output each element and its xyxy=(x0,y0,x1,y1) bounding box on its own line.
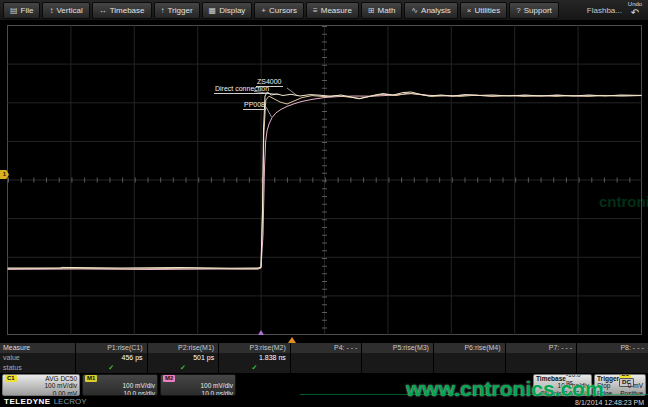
measure-column-p3[interactable]: P3:rise(M2) 1.838 ns ✓ xyxy=(218,343,290,373)
trigger-level: 0 mV xyxy=(628,382,643,389)
menu-file-label: File xyxy=(21,6,34,15)
support-icon: ? xyxy=(516,6,520,15)
measure-icon: ≡ xyxy=(313,6,318,15)
trigger-icon: ↑ xyxy=(161,6,165,15)
value-row-label: value xyxy=(0,353,75,363)
display-icon: ▦ xyxy=(209,6,217,15)
annotation-direct-connection: Direct connection xyxy=(214,85,270,94)
m1-time-scale: 10.0 ns/div xyxy=(85,390,155,396)
cursors-icon: + xyxy=(261,6,266,15)
m1-vertical-scale: 100 mV/div xyxy=(85,382,155,389)
menu-timebase[interactable]: ↔Timebase xyxy=(92,2,152,19)
p2-status-ok-icon: ✓ xyxy=(148,363,219,373)
p4-value xyxy=(291,353,362,363)
m2-time-scale: 10.0 ns/div xyxy=(163,390,233,396)
trigger-slope: Positive xyxy=(620,390,643,396)
m1-descriptor-box[interactable]: M1 100 mV/div 10.0 ns/div xyxy=(82,374,158,396)
c1-channel-chip: C1 xyxy=(5,375,17,382)
p1-header: P1:rise(C1) xyxy=(76,343,147,353)
p1-value: 456 ps xyxy=(76,353,147,363)
p3-status-ok-icon: ✓ xyxy=(219,363,290,373)
status-row-label: status xyxy=(0,363,75,373)
p2-value: 501 ps xyxy=(148,353,219,363)
menu-trigger[interactable]: ↑Trigger xyxy=(154,2,200,19)
timebase-icon: ↔ xyxy=(99,6,107,15)
setup-name-label: Flashba... xyxy=(587,6,622,15)
menu-measure[interactable]: ≡Measure xyxy=(306,2,359,19)
m2-vertical-scale: 100 mV/div xyxy=(163,382,233,389)
m1-channel-chip: M1 xyxy=(85,375,97,382)
menu-vertical[interactable]: ↕Vertical xyxy=(42,2,89,19)
p8-value xyxy=(577,353,648,363)
menu-vertical-label: Vertical xyxy=(56,6,82,15)
p6-status xyxy=(434,363,505,373)
measure-table: Measure value status P1:rise(C1) 456 ps … xyxy=(0,343,648,373)
menu-trigger-label: Trigger xyxy=(168,6,193,15)
p7-header: P7: - - - xyxy=(506,343,577,353)
menu-support-label: Support xyxy=(524,6,552,15)
menu-cursors[interactable]: +Cursors xyxy=(254,2,304,19)
p7-status xyxy=(506,363,577,373)
measure-column-p4[interactable]: P4: - - - xyxy=(290,343,362,373)
measure-row-labels: Measure value status xyxy=(0,343,75,373)
menu-display[interactable]: ▦Display xyxy=(202,2,253,19)
menu-support[interactable]: ?Support xyxy=(509,2,558,19)
menu-math[interactable]: ⊞Math xyxy=(361,2,403,19)
menu-utilities-label: Utilities xyxy=(475,6,501,15)
grid-lines xyxy=(8,26,642,335)
menu-utilities[interactable]: ×Utilities xyxy=(460,2,507,19)
measure-column-p8[interactable]: P8: - - - xyxy=(576,343,648,373)
menu-file[interactable]: ▤File xyxy=(3,2,40,19)
p8-status xyxy=(577,363,648,373)
p7-value xyxy=(506,353,577,363)
c1-offset: 0.00 mV xyxy=(5,390,77,396)
utilities-icon: × xyxy=(467,6,472,15)
p5-status xyxy=(362,363,433,373)
menu-analysis-label: Analysis xyxy=(421,6,451,15)
measure-column-p7[interactable]: P7: - - - xyxy=(505,343,577,373)
m2-channel-chip: M2 xyxy=(163,375,175,382)
p5-header: P5:rise(M3) xyxy=(362,343,433,353)
measure-column-p5[interactable]: P5:rise(M3) xyxy=(361,343,433,373)
menu-display-label: Display xyxy=(219,6,245,15)
watermark-echo: cntronics xyxy=(599,193,648,210)
menu-math-label: Math xyxy=(378,6,396,15)
p1-status-ok-icon: ✓ xyxy=(76,363,147,373)
m2-position-marker[interactable] xyxy=(258,330,264,335)
analysis-icon: ∿ xyxy=(411,6,418,15)
p3-value: 1.838 ns xyxy=(219,353,290,363)
p6-value xyxy=(434,353,505,363)
brand-teledyne: TELEDYNE xyxy=(4,397,51,406)
undo-icon: ↶ xyxy=(631,8,639,18)
measure-column-p2[interactable]: P2:rise(M1) 501 ps ✓ xyxy=(147,343,219,373)
vertical-icon: ↕ xyxy=(49,6,53,15)
m2-descriptor-box[interactable]: M2 100 mV/div 10.0 ns/div xyxy=(160,374,236,396)
p8-header: P8: - - - xyxy=(577,343,648,353)
annotation-pp008: PP008 xyxy=(243,101,266,110)
c1-vertical-scale: 100 mV/div xyxy=(5,382,77,389)
p5-value xyxy=(362,353,433,363)
measure-column-p1[interactable]: P1:rise(C1) 456 ps ✓ xyxy=(75,343,147,373)
menu-analysis[interactable]: ∿Analysis xyxy=(404,2,458,19)
measure-column-p6[interactable]: P6:rise(M4) xyxy=(433,343,505,373)
menu-cursors-label: Cursors xyxy=(269,6,297,15)
oscilloscope-app: ▤File ↕Vertical ↔Timebase ↑Trigger ▦Disp… xyxy=(0,0,648,407)
p6-header: P6:rise(M4) xyxy=(434,343,505,353)
math-icon: ⊞ xyxy=(368,6,375,15)
brand-lecroy: LECROY xyxy=(54,397,87,406)
p4-status xyxy=(291,363,362,373)
p3-header: P3:rise(M2) xyxy=(219,343,290,353)
menu-measure-label: Measure xyxy=(321,6,352,15)
undo-button[interactable]: Undo ↶ xyxy=(624,1,646,20)
measure-title: Measure xyxy=(0,343,75,353)
c1-coupling: AVG DC50 xyxy=(45,375,77,382)
menu-timebase-label: Timebase xyxy=(110,6,145,15)
p2-header: P2:rise(M1) xyxy=(148,343,219,353)
teledyne-lecroy-logo: TELEDYNELECROY xyxy=(4,397,87,406)
watermark-text: www.cntronics.com xyxy=(406,377,604,401)
p4-header: P4: - - - xyxy=(291,343,362,353)
menu-bar: ▤File ↕Vertical ↔Timebase ↑Trigger ▦Disp… xyxy=(0,0,648,21)
file-icon: ▤ xyxy=(10,6,18,15)
c1-descriptor-box[interactable]: C1 AVG DC50 100 mV/div 0.00 mV xyxy=(2,374,80,396)
